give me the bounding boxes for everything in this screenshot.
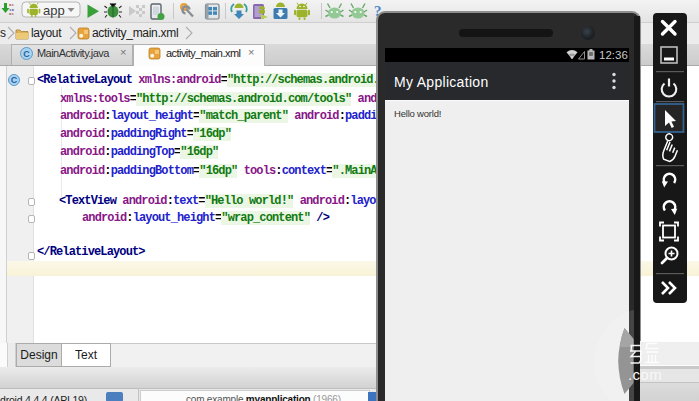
svg-text:app: app	[43, 3, 65, 18]
svg-text:10: 10	[9, 8, 14, 12]
svg-text:01: 01	[9, 3, 14, 7]
svg-text:01: 01	[9, 12, 14, 16]
